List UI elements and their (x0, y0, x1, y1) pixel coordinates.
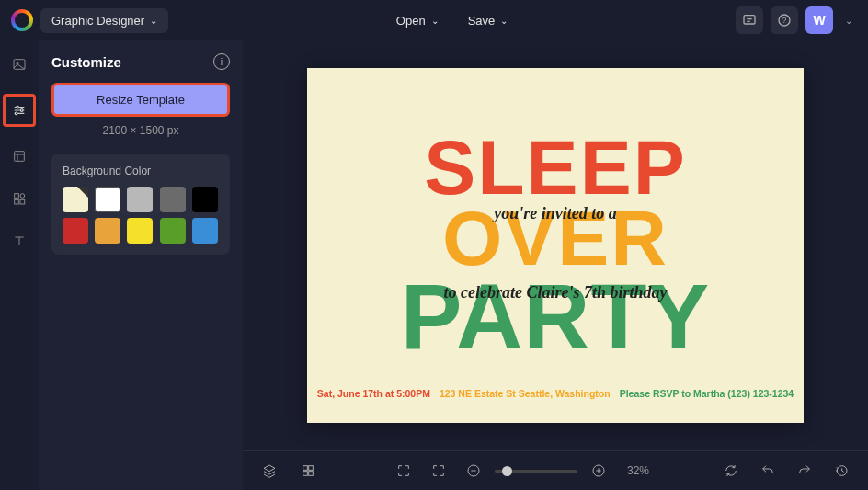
main: Customize i Resize Template 2100 × 1500 … (0, 40, 868, 490)
workspace-label: Graphic Designer (51, 14, 144, 28)
fullscreen-button[interactable] (425, 457, 452, 484)
layers-button[interactable] (256, 457, 283, 484)
canvas-viewport[interactable]: SLEEP you're invited to a OVER to celebr… (243, 40, 868, 450)
minus-icon (466, 463, 481, 478)
panel-title: Customize (51, 54, 121, 70)
swatch-6[interactable] (95, 218, 120, 244)
app-logo[interactable] (11, 9, 33, 31)
undo-icon (760, 463, 775, 478)
text-icon (12, 234, 27, 248)
bg-color-label: Background Color (63, 165, 219, 177)
expand-icon (431, 463, 446, 478)
elements-icon (12, 191, 27, 206)
svg-rect-15 (303, 472, 308, 476)
help-icon: ? (777, 13, 792, 28)
fit-screen-button[interactable] (390, 457, 417, 484)
design-canvas[interactable]: SLEEP you're invited to a OVER to celebr… (307, 68, 804, 423)
adjust-icon (12, 103, 27, 118)
swatch-grid (63, 187, 219, 244)
header-center: Open ⌄ Save ⌄ (385, 8, 519, 33)
zoom-slider[interactable] (495, 470, 577, 473)
tool-template[interactable] (6, 143, 32, 169)
tool-adjust[interactable] (3, 94, 36, 127)
header-right: ? W ⌄ (736, 6, 857, 34)
history-controls (717, 457, 855, 484)
chevron-down-icon: ⌄ (500, 16, 508, 26)
avatar-button[interactable]: W (805, 6, 833, 34)
feedback-button[interactable] (736, 6, 763, 34)
resize-template-button[interactable]: Resize Template (51, 83, 230, 117)
swatch-5[interactable] (63, 218, 88, 244)
swatch-9[interactable] (192, 218, 218, 244)
info-icon[interactable]: i (213, 53, 230, 70)
svg-text:?: ? (782, 16, 787, 25)
image-icon (12, 57, 27, 72)
svg-rect-9 (15, 194, 19, 199)
chevron-down-icon: ⌄ (845, 16, 852, 26)
pages-button[interactable] (294, 457, 322, 484)
open-button[interactable]: Open ⌄ (385, 8, 450, 33)
fit-icon (396, 463, 411, 478)
swatch-8[interactable] (160, 218, 186, 244)
redo-icon (797, 463, 812, 478)
swatch-1[interactable] (95, 187, 120, 212)
chat-icon (742, 13, 757, 28)
save-button[interactable]: Save ⌄ (457, 8, 520, 33)
swatch-0[interactable] (63, 187, 88, 212)
zoom-controls: 32% (390, 457, 649, 484)
svg-point-7 (15, 112, 17, 115)
swatch-3[interactable] (160, 187, 186, 212)
workspace-dropdown[interactable]: Graphic Designer ⌄ (40, 8, 168, 33)
account-menu[interactable]: ⌄ (840, 6, 857, 34)
footer-date: Sat, June 17th at 5:00PM (317, 388, 430, 399)
history-button[interactable] (828, 457, 855, 484)
layers-icon (262, 463, 277, 478)
bottom-bar: 32% (243, 450, 868, 490)
redo-button[interactable] (791, 457, 818, 484)
svg-rect-14 (309, 466, 314, 471)
panel-header: Customize i (51, 53, 230, 70)
script-line-2[interactable]: to celebrate Claire's 7th birthday (444, 283, 668, 302)
zoom-in-button[interactable] (585, 457, 612, 484)
svg-rect-16 (309, 472, 314, 476)
swatch-2[interactable] (127, 187, 153, 212)
svg-rect-8 (15, 152, 25, 162)
grid-icon (301, 463, 315, 478)
background-color-panel: Background Color (51, 154, 230, 255)
swatch-7[interactable] (127, 218, 153, 244)
left-toolbar (0, 40, 39, 490)
tool-elements[interactable] (6, 186, 32, 211)
headline-word-1[interactable]: SLEEP (424, 132, 686, 203)
plus-icon (591, 463, 606, 478)
svg-rect-11 (15, 199, 19, 204)
svg-point-5 (17, 106, 19, 108)
swatch-4[interactable] (192, 187, 218, 212)
tool-image[interactable] (6, 51, 32, 77)
chevron-down-icon: ⌄ (150, 16, 157, 26)
refresh-icon (724, 463, 738, 478)
slider-thumb[interactable] (502, 466, 512, 476)
svg-point-6 (20, 109, 23, 112)
tool-text[interactable] (6, 228, 32, 254)
undo-button[interactable] (754, 457, 782, 484)
script-line-1[interactable]: you're invited to a (494, 204, 617, 223)
chevron-down-icon: ⌄ (431, 16, 439, 26)
history-icon (834, 463, 849, 478)
header: Graphic Designer ⌄ Open ⌄ Save ⌄ ? W ⌄ (0, 0, 868, 40)
customize-panel: Customize i Resize Template 2100 × 1500 … (39, 40, 243, 490)
zoom-percent: 32% (627, 464, 649, 477)
canvas-dimensions: 2100 × 1500 px (51, 124, 230, 137)
footer-address: 123 NE Estate St Seattle, Washington (440, 388, 611, 399)
svg-point-10 (20, 194, 25, 199)
invitation-footer[interactable]: Sat, June 17th at 5:00PM 123 NE Estate S… (317, 388, 794, 399)
svg-rect-12 (20, 199, 25, 204)
sync-button[interactable] (717, 457, 745, 484)
svg-rect-13 (303, 466, 308, 471)
zoom-out-button[interactable] (460, 457, 487, 484)
help-button[interactable]: ? (771, 6, 798, 34)
template-icon (12, 149, 27, 164)
footer-rsvp: Please RSVP to Martha (123) 123-1234 (620, 388, 794, 399)
canvas-area: SLEEP you're invited to a OVER to celebr… (243, 40, 868, 490)
